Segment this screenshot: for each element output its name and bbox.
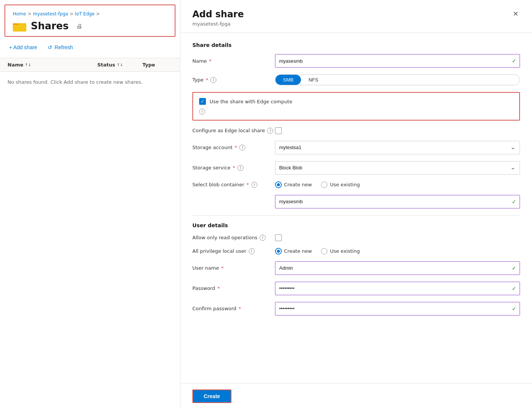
storage-service-row: Storage service * i Block Blob — [192, 161, 520, 175]
blob-use-existing-option[interactable]: Use existing — [321, 181, 360, 188]
user-details-section-title: User details — [192, 222, 520, 228]
name-sort-icon[interactable]: ↑↓ — [25, 63, 31, 67]
breadcrumb-sep2: > — [70, 11, 73, 17]
svg-rect-2 — [13, 24, 26, 32]
blob-container-label: Select blob container — [192, 182, 244, 187]
blade-body: Share details Name * ✓ Type * i — [180, 33, 532, 383]
create-button[interactable]: Create — [192, 389, 231, 403]
empty-state: No shares found. Click Add share to crea… — [0, 72, 180, 92]
all-privilege-row: All privilege local user i Create new Us… — [192, 248, 520, 255]
close-button[interactable]: ✕ — [511, 9, 520, 19]
storage-account-select[interactable]: mytestsa1 — [275, 141, 520, 154]
confirm-password-input-container: ✓ — [275, 302, 520, 315]
storage-account-info-icon[interactable]: i — [239, 145, 245, 151]
toolbar: + Add share ↺ Refresh — [0, 37, 180, 58]
print-icon[interactable]: 🖨 — [76, 23, 82, 30]
user-use-existing-label: Use existing — [330, 248, 360, 254]
name-required: * — [209, 58, 212, 64]
blade-header: Add share myasetest-fpga ✕ — [180, 0, 532, 33]
user-use-existing-option[interactable]: Use existing — [321, 248, 360, 255]
nfs-toggle-button[interactable]: NFS — [301, 75, 326, 85]
password-input-container: ✓ — [275, 282, 520, 295]
breadcrumb: Home > myasetest-fpga > IoT Edge > — [13, 11, 167, 17]
blob-use-existing-label: Use existing — [330, 182, 360, 187]
name-row: Name * ✓ — [192, 54, 520, 68]
storage-account-label: Storage account — [192, 145, 233, 150]
blob-create-new-radio[interactable] — [275, 181, 282, 188]
confirm-password-input[interactable] — [275, 302, 520, 315]
type-row: Type * i SMB NFS — [192, 74, 520, 85]
type-label: Type — [192, 77, 204, 83]
password-row: Password * ✓ — [192, 282, 520, 295]
blob-container-info-icon[interactable]: i — [251, 182, 257, 188]
all-privilege-info-icon[interactable]: i — [249, 248, 255, 254]
storage-service-required: * — [233, 165, 236, 171]
refresh-button[interactable]: ↺ Refresh — [46, 43, 74, 52]
blob-container-check-icon: ✓ — [512, 199, 516, 205]
blob-create-new-label: Create new — [284, 182, 312, 187]
blob-container-input-container: ✓ — [275, 195, 520, 208]
storage-account-required: * — [235, 145, 237, 150]
allow-read-checkbox-container — [275, 234, 520, 241]
storage-service-select-container: Block Blob — [275, 161, 520, 175]
blade-title: Add share — [192, 9, 244, 20]
blob-container-radio-container: Create new Use existing — [275, 181, 520, 188]
allow-read-info-icon[interactable]: i — [260, 235, 266, 241]
blob-create-new-option[interactable]: Create new — [275, 181, 312, 188]
username-input[interactable] — [275, 261, 520, 275]
storage-service-select[interactable]: Block Blob — [275, 161, 520, 175]
configure-edge-checkbox-container — [275, 127, 520, 134]
configure-edge-info-icon[interactable]: i — [267, 128, 273, 134]
breadcrumb-resource[interactable]: myasetest-fpga — [33, 11, 68, 17]
password-required: * — [218, 285, 220, 291]
all-privilege-label: All privilege local user — [192, 248, 246, 254]
edge-compute-checkbox-row: Use the share with Edge compute — [199, 98, 513, 105]
storage-account-row: Storage account * i mytestsa1 — [192, 141, 520, 154]
name-input[interactable] — [275, 54, 520, 68]
add-share-button[interactable]: + Add share — [8, 43, 39, 52]
user-create-new-option[interactable]: Create new — [275, 248, 312, 255]
refresh-icon: ↺ — [48, 44, 52, 50]
breadcrumb-home[interactable]: Home — [13, 11, 26, 17]
configure-edge-label: Configure as Edge local share — [192, 128, 265, 133]
status-sort-icon[interactable]: ↑↓ — [117, 63, 123, 67]
edge-compute-section: Use the share with Edge compute i — [192, 92, 520, 121]
edge-compute-info-icon[interactable]: i — [199, 109, 205, 115]
storage-account-select-container: mytestsa1 — [275, 141, 520, 154]
type-toggle: SMB NFS — [275, 74, 520, 85]
blob-container-row: Select blob container * i Create new Use… — [192, 181, 520, 188]
allow-read-checkbox[interactable] — [275, 234, 282, 241]
col-name-label: Name — [8, 62, 23, 68]
section-divider — [192, 215, 520, 216]
password-input[interactable] — [275, 282, 520, 295]
edge-compute-checkbox[interactable] — [199, 98, 206, 105]
type-info-icon[interactable]: i — [210, 77, 216, 83]
username-label: User name — [192, 265, 219, 271]
name-label: Name — [192, 58, 207, 64]
user-create-new-radio[interactable] — [275, 248, 282, 255]
all-privilege-radio-group: Create new Use existing — [275, 248, 520, 255]
username-required: * — [221, 265, 224, 271]
blob-container-required: * — [246, 182, 249, 187]
storage-service-label: Storage service — [192, 165, 231, 171]
name-check-icon: ✓ — [512, 58, 516, 64]
username-check-icon: ✓ — [512, 265, 516, 271]
share-details-section-title: Share details — [192, 42, 520, 48]
type-required: * — [206, 77, 209, 83]
user-use-existing-radio[interactable] — [321, 248, 328, 255]
confirm-password-row: Confirm password * ✓ — [192, 302, 520, 315]
configure-edge-checkbox[interactable] — [275, 127, 282, 134]
blade-footer: Create — [180, 383, 532, 409]
breadcrumb-section[interactable]: IoT Edge — [75, 11, 95, 17]
smb-toggle-button[interactable]: SMB — [275, 75, 301, 85]
blob-container-input[interactable] — [275, 195, 520, 208]
folder-icon — [13, 20, 26, 32]
blade-subtitle: myasetest-fpga — [192, 21, 244, 27]
password-label: Password — [192, 285, 215, 291]
confirm-password-required: * — [239, 306, 241, 311]
storage-service-info-icon[interactable]: i — [237, 165, 243, 171]
confirm-password-label: Confirm password — [192, 306, 236, 311]
blob-use-existing-radio[interactable] — [321, 181, 328, 188]
allow-read-label: Allow only read operations — [192, 235, 257, 240]
blob-container-value-row: ✓ — [192, 195, 520, 208]
